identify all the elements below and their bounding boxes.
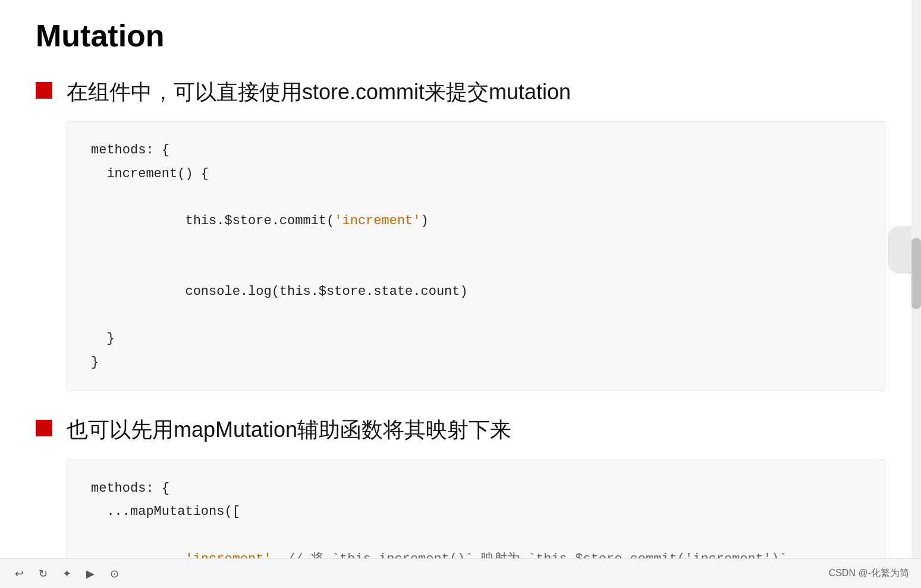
- bullet-item-2: 也可以先用mapMutation辅助函数将其映射下来: [36, 415, 885, 445]
- toolbar-icon-forward[interactable]: ↻: [36, 567, 50, 581]
- scrollbar-thumb[interactable]: [911, 238, 921, 309]
- side-decoration: [888, 226, 911, 273]
- code-line-2-2: ...mapMutations([: [91, 500, 861, 524]
- toolbar-icon-back[interactable]: ↩: [12, 567, 26, 581]
- code-line-1-4: console.log(this.$store.state.count): [91, 256, 861, 327]
- section-1: 在组件中，可以直接使用store.commit来提交mutation metho…: [36, 77, 885, 391]
- toolbar-icon-circle[interactable]: ⊙: [107, 567, 121, 581]
- code-block-1: methods: { increment() { this.$store.com…: [67, 121, 885, 391]
- toolbar-icon-star[interactable]: ✦: [59, 567, 74, 581]
- code-line-1-2: increment() {: [91, 162, 861, 186]
- code-line-2-1: methods: {: [91, 477, 861, 501]
- toolbar-icons: ↩ ↻ ✦ ▶ ⊙: [12, 567, 121, 581]
- bullet-text-1: 在组件中，可以直接使用store.commit来提交mutation: [67, 77, 571, 107]
- code-line-1-6: }: [91, 351, 861, 375]
- bullet-text-2: 也可以先用mapMutation辅助函数将其映射下来: [67, 415, 511, 445]
- bullet-icon-1: [36, 82, 52, 99]
- main-content: Mutation 在组件中，可以直接使用store.commit来提交mutat…: [0, 0, 921, 588]
- toolbar-brand: CSDN @-化繁为简: [829, 567, 909, 580]
- bullet-item-1: 在组件中，可以直接使用store.commit来提交mutation: [36, 77, 885, 107]
- code-line-1-5: }: [91, 327, 861, 351]
- bottom-toolbar: ↩ ↻ ✦ ▶ ⊙ CSDN @-化繁为简: [0, 558, 921, 588]
- toolbar-icon-play[interactable]: ▶: [83, 567, 98, 581]
- code-line-1-1: methods: {: [91, 139, 861, 162]
- page-title: Mutation: [36, 18, 885, 54]
- bullet-icon-2: [36, 420, 52, 436]
- code-line-1-3: this.$store.commit('increment'): [91, 186, 861, 257]
- scrollbar-track[interactable]: [911, 0, 921, 588]
